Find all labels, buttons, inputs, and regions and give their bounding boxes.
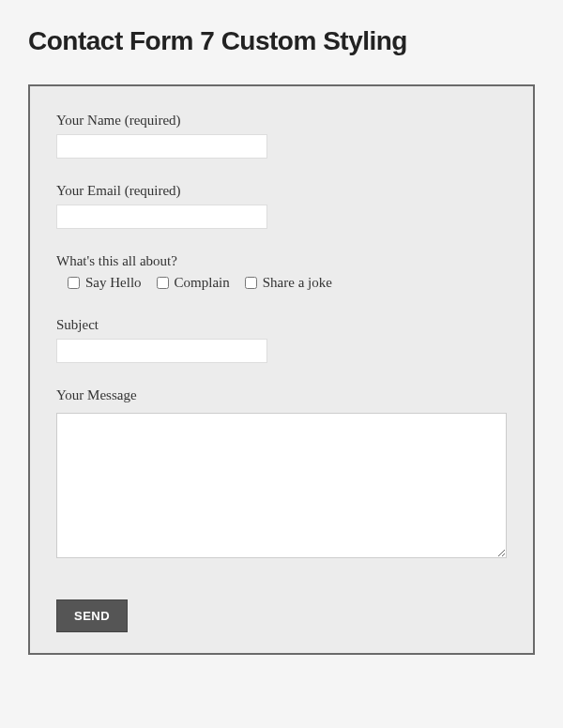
page-title: Contact Form 7 Custom Styling [28, 26, 535, 56]
checkbox-complain[interactable]: Complain [157, 275, 230, 291]
message-label: Your Message [56, 387, 507, 403]
subject-input[interactable] [56, 339, 267, 363]
checkbox-say-hello[interactable]: Say Hello [68, 275, 142, 291]
checkbox-label-complain: Complain [175, 275, 230, 291]
checkbox-label-say-hello: Say Hello [85, 275, 142, 291]
send-button[interactable]: SEND [56, 599, 128, 632]
contact-form: Your Name (required) Your Email (require… [28, 84, 535, 655]
about-label: What's this all about? [56, 253, 507, 269]
email-input[interactable] [56, 205, 267, 229]
name-label: Your Name (required) [56, 113, 507, 129]
subject-field-group: Subject [56, 317, 507, 363]
about-checkbox-row: Say Hello Complain Share a joke [56, 275, 507, 293]
checkbox-input-complain[interactable] [157, 277, 169, 289]
email-label: Your Email (required) [56, 183, 507, 199]
name-field-group: Your Name (required) [56, 113, 507, 159]
name-input[interactable] [56, 134, 267, 159]
checkbox-label-share-joke: Share a joke [263, 275, 332, 291]
about-field-group: What's this all about? Say Hello Complai… [56, 253, 507, 293]
email-field-group: Your Email (required) [56, 183, 507, 229]
checkbox-share-joke[interactable]: Share a joke [245, 275, 332, 291]
checkbox-input-share-joke[interactable] [245, 277, 257, 289]
message-textarea[interactable] [56, 413, 507, 558]
subject-label: Subject [56, 317, 507, 333]
checkbox-input-say-hello[interactable] [68, 277, 80, 289]
message-field-group: Your Message [56, 387, 507, 562]
